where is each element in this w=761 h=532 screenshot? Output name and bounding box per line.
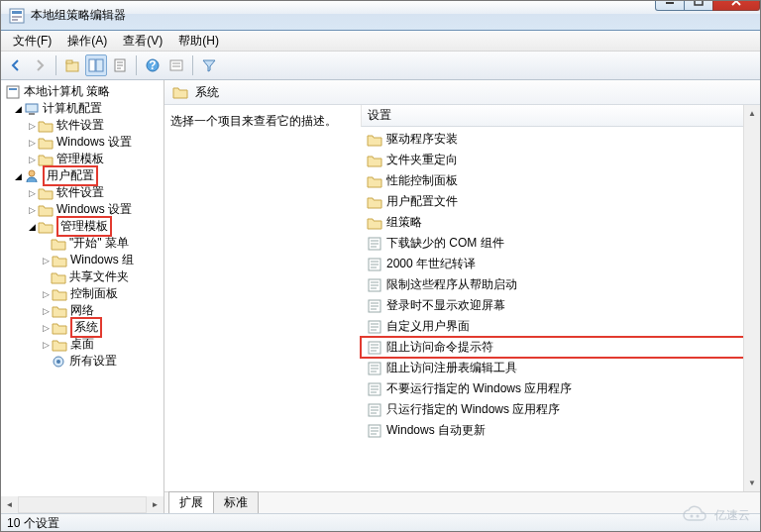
tree-hscroll[interactable]: ◄ ► bbox=[1, 496, 163, 513]
tree-user-config[interactable]: ◢用户配置 bbox=[1, 167, 163, 184]
computer-icon bbox=[24, 101, 40, 117]
window-controls bbox=[656, 0, 760, 11]
list-item[interactable]: 组策略 bbox=[361, 212, 760, 233]
list-item[interactable]: 阻止访问注册表编辑工具 bbox=[361, 358, 760, 378]
folder-icon bbox=[52, 253, 67, 268]
menu-file[interactable]: 文件(F) bbox=[5, 30, 59, 53]
list-item[interactable]: Windows 自动更新 bbox=[361, 420, 760, 441]
help-button[interactable]: ? bbox=[142, 54, 163, 76]
separator bbox=[55, 55, 56, 75]
svg-rect-2 bbox=[12, 16, 22, 18]
back-button[interactable] bbox=[5, 54, 27, 76]
maximize-button[interactable] bbox=[684, 0, 713, 11]
properties-button[interactable] bbox=[165, 54, 187, 76]
titlebar: 本地组策略编辑器 bbox=[1, 1, 760, 31]
forward-button[interactable] bbox=[29, 54, 51, 76]
tree-label: 所有设置 bbox=[69, 353, 117, 370]
scroll-up-icon[interactable]: ▲ bbox=[744, 105, 760, 122]
svg-point-63 bbox=[691, 515, 694, 518]
tree-shared[interactable]: 共享文件夹 bbox=[1, 268, 163, 285]
folder-icon bbox=[52, 303, 67, 319]
list-items: 驱动程序安装文件夹重定向性能控制面板用户配置文件组策略下载缺少的 COM 组件2… bbox=[361, 127, 760, 441]
list-item[interactable]: 用户配置文件 bbox=[361, 191, 760, 212]
tree-desktop[interactable]: ▷桌面 bbox=[1, 336, 163, 353]
expand-icon[interactable]: ▷ bbox=[41, 256, 51, 266]
list-item[interactable]: 2000 年世纪转译 bbox=[361, 254, 760, 274]
scroll-track[interactable] bbox=[18, 496, 147, 513]
tab-standard[interactable]: 标准 bbox=[213, 491, 259, 513]
list-item[interactable]: 驱动程序安装 bbox=[361, 129, 760, 150]
expand-icon[interactable]: ▷ bbox=[41, 306, 51, 316]
vertical-scrollbar[interactable]: ▲ ▼ bbox=[743, 105, 760, 491]
svg-point-64 bbox=[697, 515, 700, 518]
watermark: 亿速云 bbox=[681, 505, 750, 525]
folder-icon bbox=[172, 84, 188, 100]
folder-icon bbox=[52, 337, 67, 353]
expand-icon[interactable]: ▷ bbox=[27, 205, 37, 215]
list-item[interactable]: 限制这些程序从帮助启动 bbox=[361, 274, 760, 295]
collapse-icon[interactable]: ◢ bbox=[27, 222, 37, 232]
content-area: 本地计算机 策略 ◢计算机配置 ▷软件设置 ▷Windows 设置 ▷管理模板 … bbox=[1, 80, 760, 513]
expand-icon[interactable]: ▷ bbox=[41, 289, 51, 299]
scroll-left-icon[interactable]: ◄ bbox=[1, 496, 18, 513]
folder-icon bbox=[52, 320, 67, 336]
item-label: 下载缺少的 COM 组件 bbox=[386, 235, 504, 252]
list-item[interactable]: 不要运行指定的 Windows 应用程序 bbox=[361, 378, 760, 399]
item-label: 不要运行指定的 Windows 应用程序 bbox=[386, 380, 572, 397]
scroll-right-icon[interactable]: ► bbox=[147, 496, 163, 513]
close-button[interactable] bbox=[712, 0, 760, 11]
tab-extended[interactable]: 扩展 bbox=[168, 491, 214, 513]
list-item[interactable]: 只运行指定的 Windows 应用程序 bbox=[361, 399, 760, 420]
collapse-icon[interactable]: ◢ bbox=[13, 171, 23, 181]
svg-rect-1 bbox=[12, 11, 22, 14]
tree-uc-software[interactable]: ▷软件设置 bbox=[1, 184, 163, 201]
svg-rect-7 bbox=[66, 60, 72, 63]
view-console-button[interactable] bbox=[85, 54, 107, 76]
tree-computer-config[interactable]: ◢计算机配置 bbox=[1, 100, 163, 117]
up-button[interactable] bbox=[61, 54, 83, 76]
scroll-down-icon[interactable]: ▼ bbox=[744, 475, 760, 491]
collapse-icon[interactable]: ◢ bbox=[13, 104, 23, 114]
details-panel: 系统 选择一个项目来查看它的描述。 设置 驱动程序安装文件夹重定向性能控制面板用… bbox=[164, 80, 760, 513]
tree-root[interactable]: 本地计算机 策略 bbox=[1, 83, 163, 100]
export-button[interactable] bbox=[109, 54, 131, 76]
expand-icon[interactable]: ▷ bbox=[27, 121, 37, 131]
separator bbox=[192, 55, 193, 75]
list-item[interactable]: 性能控制面板 bbox=[361, 170, 760, 191]
item-label: 自定义用户界面 bbox=[386, 318, 470, 335]
tree-windows-comp[interactable]: ▷Windows 组 bbox=[1, 252, 163, 268]
tree-uc-admin[interactable]: ◢管理模板 bbox=[1, 218, 163, 235]
expand-icon[interactable]: ▷ bbox=[27, 155, 37, 164]
expand-icon[interactable]: ▷ bbox=[41, 323, 51, 333]
item-label: 2000 年世纪转译 bbox=[386, 256, 476, 272]
tree-system[interactable]: ▷系统 bbox=[1, 319, 163, 336]
item-label: 性能控制面板 bbox=[386, 172, 458, 189]
details-body: 选择一个项目来查看它的描述。 设置 驱动程序安装文件夹重定向性能控制面板用户配置… bbox=[164, 105, 760, 491]
list-item[interactable]: 下载缺少的 COM 组件 bbox=[361, 233, 760, 254]
tree-label: 桌面 bbox=[70, 336, 94, 353]
svg-point-20 bbox=[29, 170, 35, 176]
svg-point-22 bbox=[56, 360, 60, 364]
menubar: 文件(F) 操作(A) 查看(V) 帮助(H) bbox=[1, 31, 760, 52]
list-item[interactable]: 自定义用户界面 bbox=[361, 316, 760, 337]
tree-cc-software[interactable]: ▷软件设置 bbox=[1, 117, 163, 134]
list-item[interactable]: 登录时不显示欢迎屏幕 bbox=[361, 295, 760, 316]
column-header[interactable]: 设置 bbox=[361, 105, 760, 127]
expand-icon[interactable]: ▷ bbox=[27, 138, 37, 148]
tree-control-panel[interactable]: ▷控制面板 bbox=[1, 285, 163, 302]
expand-icon[interactable]: ▷ bbox=[41, 340, 51, 350]
item-label: 文件夹重定向 bbox=[386, 152, 458, 168]
menu-action[interactable]: 操作(A) bbox=[59, 30, 115, 53]
list-item[interactable]: 阻止访问命令提示符 bbox=[361, 337, 760, 358]
nav-tree[interactable]: 本地计算机 策略 ◢计算机配置 ▷软件设置 ▷Windows 设置 ▷管理模板 … bbox=[1, 80, 163, 370]
tree-all-settings[interactable]: 所有设置 bbox=[1, 353, 163, 370]
tree-start-menu[interactable]: "开始" 菜单 bbox=[1, 235, 163, 252]
expand-icon[interactable]: ▷ bbox=[27, 188, 37, 198]
menu-help[interactable]: 帮助(H) bbox=[170, 30, 227, 53]
folder-icon bbox=[51, 269, 66, 285]
tree-cc-windows[interactable]: ▷Windows 设置 bbox=[1, 134, 163, 151]
list-item[interactable]: 文件夹重定向 bbox=[361, 150, 760, 170]
minimize-button[interactable] bbox=[655, 0, 685, 11]
menu-view[interactable]: 查看(V) bbox=[115, 30, 170, 53]
filter-button[interactable] bbox=[198, 54, 220, 76]
